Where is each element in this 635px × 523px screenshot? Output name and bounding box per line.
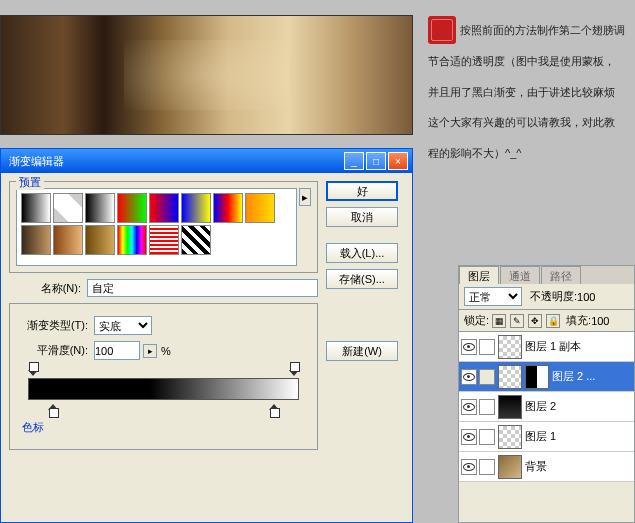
link-box[interactable] — [479, 369, 495, 385]
layer-thumb — [498, 365, 522, 389]
layer-label: 图层 2 ... — [552, 369, 595, 384]
name-input[interactable] — [87, 279, 318, 297]
color-stop[interactable] — [269, 404, 279, 414]
gradient-swatch[interactable] — [117, 193, 147, 223]
tab-paths[interactable]: 路径 — [541, 266, 581, 284]
link-box[interactable] — [479, 429, 495, 445]
name-label: 名称(N): — [9, 281, 81, 296]
layer-row[interactable]: 图层 1 副本 — [459, 332, 634, 362]
titlebar[interactable]: 渐变编辑器 _ □ × — [1, 149, 412, 173]
gradient-swatch[interactable] — [149, 225, 179, 255]
type-label: 渐变类型(T): — [16, 318, 88, 333]
presets-grid[interactable] — [16, 188, 297, 266]
smooth-arrow[interactable]: ▸ — [143, 344, 157, 358]
new-button[interactable]: 新建(W) — [326, 341, 398, 361]
layer-thumb — [498, 455, 522, 479]
ok-button[interactable]: 好 — [326, 181, 398, 201]
colors-label: 色标 — [22, 421, 44, 433]
link-box[interactable] — [479, 459, 495, 475]
gradient-swatch[interactable] — [53, 225, 83, 255]
gradient-swatch[interactable] — [117, 225, 147, 255]
visibility-toggle[interactable] — [461, 429, 477, 445]
opacity-value: 100 — [577, 291, 595, 303]
layer-list: 图层 1 副本图层 2 ...图层 2图层 1背景 — [459, 332, 634, 482]
lock-transparent-icon[interactable]: ▦ — [492, 314, 506, 328]
gradient-swatch[interactable] — [21, 193, 51, 223]
layers-panel: 图层 通道 路径 正常 不透明度: 100 锁定: ▦ ✎ ✥ 🔒 填充: 10… — [458, 265, 635, 523]
link-box[interactable] — [479, 339, 495, 355]
layer-row[interactable]: 背景 — [459, 452, 634, 482]
tutorial-note: 按照前面的方法制作第二个翅膀调节合适的透明度（图中我是使用蒙板，并且用了黑白渐变… — [418, 0, 635, 182]
layer-label: 图层 1 — [525, 429, 556, 444]
gradient-strip[interactable] — [28, 378, 299, 400]
tab-layers[interactable]: 图层 — [459, 266, 499, 284]
gradient-editor-dialog: 渐变编辑器 _ □ × 预置 ▸ 名称(N): 渐变类型(T): 实底 — [0, 148, 413, 523]
layer-row[interactable]: 图层 1 — [459, 422, 634, 452]
visibility-toggle[interactable] — [461, 339, 477, 355]
gradient-swatch[interactable] — [245, 193, 275, 223]
link-box[interactable] — [479, 399, 495, 415]
layer-label: 图层 2 — [525, 399, 556, 414]
gradient-swatch[interactable] — [53, 193, 83, 223]
cancel-button[interactable]: 取消 — [326, 207, 398, 227]
visibility-toggle[interactable] — [461, 459, 477, 475]
layer-row[interactable]: 图层 2 ... — [459, 362, 634, 392]
gradient-bar[interactable] — [28, 366, 299, 414]
seal-icon — [428, 16, 456, 44]
save-button[interactable]: 存储(S)... — [326, 269, 398, 289]
mask-thumb — [525, 365, 549, 389]
gradient-swatch[interactable] — [181, 193, 211, 223]
presets-label: 预置 — [16, 175, 44, 190]
smooth-label: 平滑度(N): — [16, 343, 88, 358]
layer-label: 背景 — [525, 459, 547, 474]
gradient-swatch[interactable] — [85, 193, 115, 223]
visibility-toggle[interactable] — [461, 369, 477, 385]
layer-row[interactable]: 图层 2 — [459, 392, 634, 422]
maximize-button[interactable]: □ — [366, 152, 386, 170]
fill-value: 100 — [591, 315, 609, 327]
visibility-toggle[interactable] — [461, 399, 477, 415]
lock-paint-icon[interactable]: ✎ — [510, 314, 524, 328]
dialog-title: 渐变编辑器 — [5, 154, 342, 169]
type-select[interactable]: 实底 — [94, 316, 152, 335]
blend-select[interactable]: 正常 — [464, 287, 522, 306]
gradient-swatch[interactable] — [213, 193, 243, 223]
close-button[interactable]: × — [388, 152, 408, 170]
gradient-swatch[interactable] — [181, 225, 211, 255]
load-button[interactable]: 载入(L)... — [326, 243, 398, 263]
layer-thumb — [498, 395, 522, 419]
lock-label: 锁定: — [464, 313, 489, 328]
gradient-swatch[interactable] — [85, 225, 115, 255]
layer-label: 图层 1 副本 — [525, 339, 581, 354]
lock-move-icon[interactable]: ✥ — [528, 314, 542, 328]
smooth-input[interactable] — [94, 341, 140, 360]
layer-thumb — [498, 335, 522, 359]
gradient-swatch[interactable] — [21, 225, 51, 255]
fill-label: 填充: — [566, 313, 591, 328]
layer-thumb — [498, 425, 522, 449]
lock-all-icon[interactable]: 🔒 — [546, 314, 560, 328]
tab-channels[interactable]: 通道 — [500, 266, 540, 284]
presets-group: 预置 ▸ — [9, 181, 318, 273]
smooth-unit: % — [161, 345, 171, 357]
gradient-swatch[interactable] — [149, 193, 179, 223]
color-stop[interactable] — [48, 404, 58, 414]
opacity-label: 不透明度: — [530, 289, 577, 304]
preview-image — [0, 15, 413, 135]
presets-menu-button[interactable]: ▸ — [299, 188, 311, 206]
minimize-button[interactable]: _ — [344, 152, 364, 170]
